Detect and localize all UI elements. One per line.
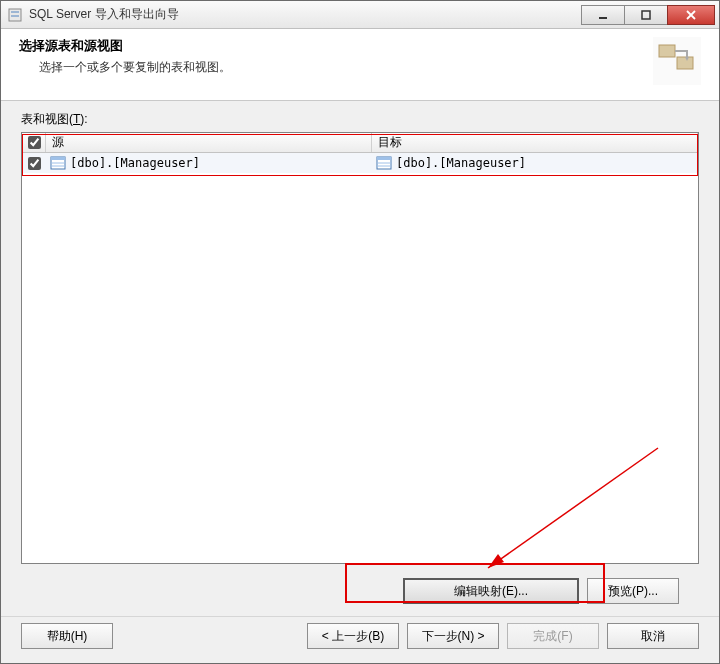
back-button[interactable]: < 上一步(B) (307, 623, 399, 649)
app-icon (7, 7, 23, 23)
svg-rect-7 (659, 45, 675, 57)
svg-rect-8 (677, 57, 693, 69)
table-icon (376, 156, 392, 170)
wizard-icon (653, 37, 701, 85)
titlebar: SQL Server 导入和导出向导 (1, 1, 719, 29)
source-value: [dbo].[Manageuser] (70, 156, 200, 170)
window-title: SQL Server 导入和导出向导 (29, 6, 582, 23)
wizard-window: SQL Server 导入和导出向导 选择源表和源视图 选择一个或多个要复制的表… (0, 0, 720, 664)
caption-prefix: 表和视图( (21, 112, 73, 126)
svg-rect-1 (11, 11, 19, 13)
select-all-cell[interactable] (22, 133, 46, 152)
maximize-button[interactable] (624, 5, 668, 25)
next-button[interactable]: 下一步(N) > (407, 623, 499, 649)
preview-button[interactable]: 预览(P)... (587, 578, 679, 604)
footer-buttons: 帮助(H) < 上一步(B) 下一步(N) > 完成(F) 取消 (1, 616, 719, 663)
minimize-button[interactable] (581, 5, 625, 25)
edit-mapping-button[interactable]: 编辑映射(E)... (403, 578, 579, 604)
close-button[interactable] (667, 5, 715, 25)
wizard-header: 选择源表和源视图 选择一个或多个要复制的表和视图。 (1, 29, 719, 101)
grid-header: 源 目标 (22, 133, 698, 153)
action-row: 编辑映射(E)... 预览(P)... (21, 564, 699, 616)
body-panel: 表和视图(T): 源 目标 [dbo].[Manageuser] (1, 101, 719, 616)
table-row[interactable]: [dbo].[Manageuser] [dbo].[Manageuser] (22, 153, 698, 173)
cancel-button[interactable]: 取消 (607, 623, 699, 649)
help-button[interactable]: 帮助(H) (21, 623, 113, 649)
svg-rect-2 (11, 15, 19, 17)
column-header-target[interactable]: 目标 (372, 133, 698, 152)
select-all-checkbox[interactable] (28, 136, 41, 149)
table-icon (50, 156, 66, 170)
finish-button: 完成(F) (507, 623, 599, 649)
svg-rect-4 (642, 11, 650, 19)
svg-rect-11 (51, 157, 65, 160)
tables-grid[interactable]: 源 目标 [dbo].[Manageuser] [dbo].[M (21, 132, 699, 564)
page-title: 选择源表和源视图 (19, 37, 653, 55)
column-header-source[interactable]: 源 (46, 133, 372, 152)
row-checkbox[interactable] (28, 157, 41, 170)
page-subtitle: 选择一个或多个要复制的表和视图。 (19, 59, 653, 76)
target-value: [dbo].[Manageuser] (396, 156, 526, 170)
caption-suffix: ): (80, 112, 87, 126)
window-controls (582, 5, 715, 25)
svg-rect-15 (377, 157, 391, 160)
table-caption: 表和视图(T): (21, 111, 699, 128)
